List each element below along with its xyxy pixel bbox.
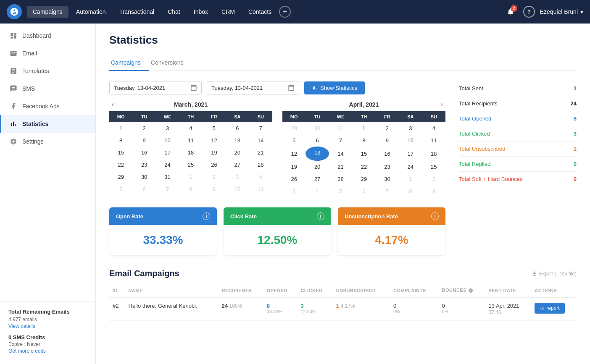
calendar-day-cell[interactable]: 3 (399, 122, 422, 134)
tab-conversions[interactable]: Conversions (149, 55, 192, 71)
calendar-day-cell[interactable]: 11 (179, 134, 202, 147)
calendar-day-cell[interactable]: 9 (422, 185, 445, 197)
sidebar-item-templates[interactable]: Templates (0, 62, 95, 80)
sidebar-item-statistics[interactable]: Statistics (0, 115, 95, 133)
calendar-day-cell[interactable]: 18 (422, 147, 445, 161)
calendar-day-cell[interactable]: 6 (352, 185, 375, 197)
help-button[interactable]: ? (523, 6, 535, 18)
date-to-input[interactable]: Tuesday, 13-04-2021 (207, 81, 299, 94)
calendar-day-cell[interactable]: 12 (203, 134, 226, 147)
calendar-day-cell[interactable]: 28 (329, 173, 352, 185)
sidebar-item-facebook-ads[interactable]: Facebook Ads (0, 97, 95, 115)
sidebar-item-email[interactable]: Email (0, 45, 95, 62)
calendar-day-cell[interactable]: 5 (329, 185, 352, 197)
calendar-day-cell[interactable]: 8 (179, 183, 202, 195)
user-menu[interactable]: Ezequiel Bruni ▾ (540, 8, 583, 15)
notifications-button[interactable]: 2 (503, 4, 518, 19)
nav-crm[interactable]: CRM (216, 6, 241, 18)
calendar-day-cell[interactable]: 7 (376, 185, 399, 197)
calendar-day-cell[interactable]: 1 (352, 122, 375, 134)
get-more-credits-link[interactable]: Get more credits (8, 348, 87, 354)
calendar-day-cell[interactable]: 5 (282, 134, 306, 147)
bounces-info-icon[interactable] (468, 288, 473, 293)
calendar-day-cell[interactable]: 4 (422, 122, 445, 134)
calendar-day-cell[interactable]: 16 (376, 147, 399, 161)
calendar-day-cell[interactable]: 26 (203, 159, 226, 171)
calendar-day-cell[interactable]: 12 (282, 147, 306, 161)
calendar-day-cell[interactable]: 2 (422, 173, 445, 185)
calendar-day-cell[interactable]: 7 (249, 122, 272, 134)
calendar-day-cell[interactable]: 5 (203, 122, 226, 134)
calendar-prev-button[interactable]: ‹ (109, 100, 116, 109)
calendar-next-button[interactable]: › (438, 100, 445, 109)
unsubscription-rate-info-icon[interactable]: i (431, 212, 439, 220)
calendar-day-cell[interactable]: 22 (109, 159, 132, 171)
calendar-day-cell[interactable]: 4 (249, 171, 272, 183)
calendar-day-cell[interactable]: 6 (306, 134, 329, 147)
calendar-day-cell[interactable]: 8 (352, 134, 375, 147)
calendar-day-cell[interactable]: 13 (226, 134, 249, 147)
calendar-day-cell[interactable]: 19 (282, 161, 306, 173)
calendar-day-cell[interactable]: 24 (399, 161, 422, 173)
show-statistics-button[interactable]: Show Statistics (304, 81, 365, 94)
calendar-day-cell[interactable]: 8 (399, 185, 422, 197)
calendar-day-cell[interactable]: 6 (132, 183, 155, 195)
calendar-day-cell[interactable]: 17 (156, 147, 179, 159)
report-button[interactable]: report (535, 303, 564, 314)
calendar-day-cell[interactable]: 10 (226, 183, 249, 195)
calendar-day-cell[interactable]: 2 (132, 122, 155, 134)
nav-transactional[interactable]: Transactional (113, 6, 161, 18)
calendar-day-cell[interactable]: 13 (306, 147, 329, 161)
sidebar-item-settings[interactable]: Settings (0, 133, 95, 150)
date-from-input[interactable]: Tuesday, 13-04-2021 (109, 81, 202, 94)
calendar-day-cell[interactable]: 25 (422, 161, 445, 173)
nav-campaigns[interactable]: Campaigns (27, 6, 68, 18)
calendar-day-cell[interactable]: 23 (376, 161, 399, 173)
calendar-day-cell[interactable]: 9 (376, 134, 399, 147)
calendar-day-cell[interactable]: 30 (306, 122, 329, 134)
tab-campaigns[interactable]: Campaigns (109, 55, 149, 71)
calendar-day-cell[interactable]: 19 (203, 147, 226, 159)
calendar-day-cell[interactable]: 11 (422, 134, 445, 147)
view-details-link[interactable]: View details (8, 323, 35, 329)
calendar-day-cell[interactable]: 3 (282, 185, 306, 197)
calendar-day-cell[interactable]: 7 (156, 183, 179, 195)
calendar-day-cell[interactable]: 20 (226, 147, 249, 159)
calendar-day-cell[interactable]: 31 (156, 171, 179, 183)
calendar-day-cell[interactable]: 31 (329, 122, 352, 134)
calendar-day-cell[interactable]: 10 (156, 134, 179, 147)
calendar-day-cell[interactable]: 26 (282, 173, 306, 185)
calendar-day-cell[interactable]: 30 (132, 171, 155, 183)
calendar-day-cell[interactable]: 6 (226, 122, 249, 134)
app-logo[interactable] (7, 4, 22, 19)
calendar-day-cell[interactable]: 1 (179, 171, 202, 183)
calendar-day-cell[interactable]: 29 (282, 122, 306, 134)
calendar-day-cell[interactable]: 29 (352, 173, 375, 185)
calendar-day-cell[interactable]: 8 (109, 134, 132, 147)
nav-automation[interactable]: Automation (70, 6, 112, 18)
nav-chat[interactable]: Chat (162, 6, 186, 18)
calendar-day-cell[interactable]: 4 (179, 122, 202, 134)
calendar-day-cell[interactable]: 23 (132, 159, 155, 171)
calendar-day-cell[interactable]: 29 (109, 171, 132, 183)
nav-contacts[interactable]: Contacts (242, 6, 277, 18)
calendar-day-cell[interactable]: 30 (376, 173, 399, 185)
calendar-day-cell[interactable]: 1 (109, 122, 132, 134)
calendar-day-cell[interactable]: 3 (156, 122, 179, 134)
calendar-day-cell[interactable]: 1 (399, 173, 422, 185)
calendar-day-cell[interactable]: 24 (156, 159, 179, 171)
calendar-day-cell[interactable]: 11 (249, 183, 272, 195)
calendar-day-cell[interactable]: 3 (226, 171, 249, 183)
calendar-day-cell[interactable]: 9 (132, 134, 155, 147)
calendar-day-cell[interactable]: 2 (203, 171, 226, 183)
calendar-day-cell[interactable]: 20 (306, 161, 329, 173)
calendar-day-cell[interactable]: 2 (376, 122, 399, 134)
calendar-day-cell[interactable]: 18 (179, 147, 202, 159)
calendar-day-cell[interactable]: 25 (179, 159, 202, 171)
calendar-day-cell[interactable]: 27 (226, 159, 249, 171)
calendar-day-cell[interactable]: 10 (399, 134, 422, 147)
sidebar-item-dashboard[interactable]: Dashboard (0, 27, 95, 45)
calendar-day-cell[interactable]: 16 (132, 147, 155, 159)
calendar-day-cell[interactable]: 4 (306, 185, 329, 197)
calendar-day-cell[interactable]: 7 (329, 134, 352, 147)
